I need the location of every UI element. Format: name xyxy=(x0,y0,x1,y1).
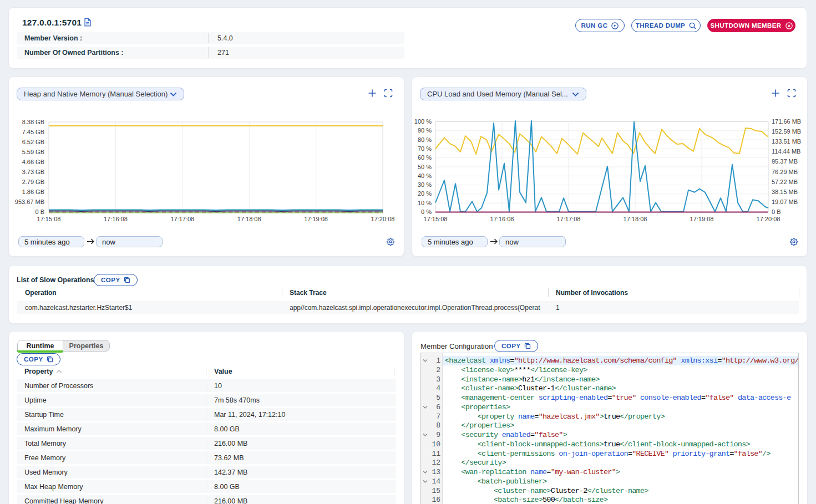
svg-text:20 %: 20 % xyxy=(418,190,432,197)
svg-text:0 B: 0 B xyxy=(772,208,781,215)
svg-text:80 %: 80 % xyxy=(418,136,432,143)
svg-text:70 %: 70 % xyxy=(418,145,432,152)
svg-text:171.66 MB: 171.66 MB xyxy=(772,118,801,125)
svg-text:57.22 MB: 57.22 MB xyxy=(772,179,798,185)
svg-text:152.59 MB: 152.59 MB xyxy=(772,128,801,135)
svg-text:114.44 MB: 114.44 MB xyxy=(772,148,800,155)
svg-text:40 %: 40 % xyxy=(418,172,432,179)
svg-text:17:15:08: 17:15:08 xyxy=(424,216,448,222)
svg-text:17:18:08: 17:18:08 xyxy=(624,216,647,222)
svg-text:90 %: 90 % xyxy=(418,127,432,134)
svg-text:100 %: 100 % xyxy=(414,118,432,125)
svg-text:17:16:08: 17:16:08 xyxy=(490,216,514,222)
svg-text:60 %: 60 % xyxy=(418,154,432,161)
svg-text:10 %: 10 % xyxy=(418,200,432,206)
svg-text:17:20:08: 17:20:08 xyxy=(757,216,780,222)
svg-text:19.07 MB: 19.07 MB xyxy=(772,198,798,205)
svg-text:133.51 MB: 133.51 MB xyxy=(772,138,801,145)
svg-text:76.29 MB: 76.29 MB xyxy=(772,169,798,175)
svg-text:17:19:08: 17:19:08 xyxy=(690,216,714,222)
svg-text:17:17:08: 17:17:08 xyxy=(557,216,581,222)
svg-text:50 %: 50 % xyxy=(418,164,432,170)
svg-text:38.15 MB: 38.15 MB xyxy=(772,189,798,195)
svg-text:30 %: 30 % xyxy=(418,181,432,188)
svg-text:0 %: 0 % xyxy=(421,208,432,215)
svg-text:95.37 MB: 95.37 MB xyxy=(772,158,798,165)
